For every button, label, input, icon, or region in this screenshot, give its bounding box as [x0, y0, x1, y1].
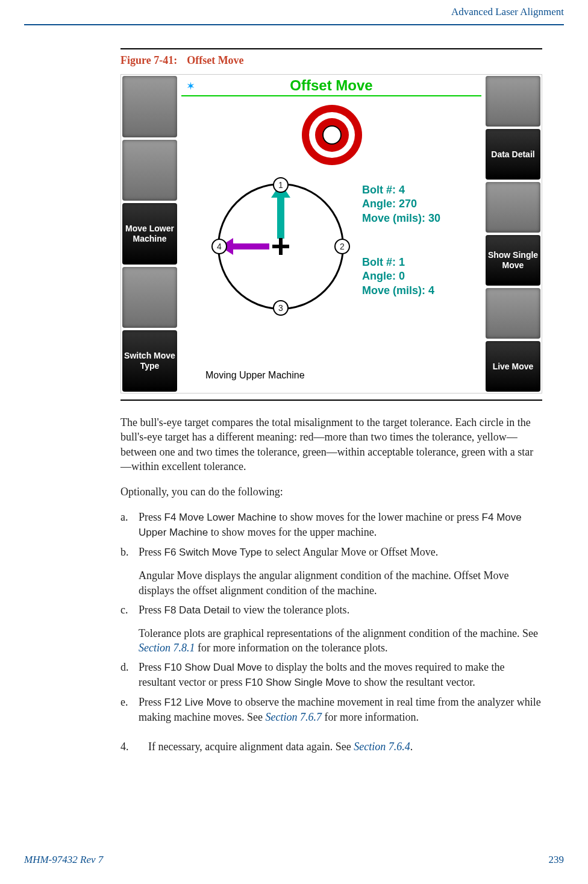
key-f12-live-move: F12 Live Move — [164, 697, 232, 708]
sub-label: d. — [120, 660, 139, 690]
softkey-right-5[interactable] — [486, 288, 540, 339]
bolt-node-3: 3 — [273, 300, 289, 316]
figure-rule-bottom — [120, 400, 542, 401]
sub-step-c: c. Press F8 Data Detail to view the tole… — [120, 603, 542, 656]
key-f10-show-single-move: F10 Show Single Move — [245, 677, 351, 688]
step-number: 4. — [120, 739, 148, 754]
key-f4-move-lower: F4 Move Lower Machine — [164, 512, 277, 523]
arrow-up-icon — [277, 196, 284, 239]
sub-label: e. — [120, 695, 139, 724]
figure-number: Figure 7-41: — [120, 54, 177, 66]
switch-move-type-button[interactable]: Switch Move Type — [122, 330, 177, 392]
figure-rule-top — [120, 48, 542, 49]
footer-page-number: 239 — [549, 854, 565, 866]
figure-header: Figure 7-41: Offset Move — [120, 54, 542, 67]
move-lower-machine-button[interactable]: Move Lower Machine — [122, 203, 177, 265]
link-section-7-6-7[interactable]: Section 7.6.7 — [265, 711, 321, 723]
step-4: 4. If necessary, acquire alignment data … — [120, 739, 542, 754]
header-rule — [24, 24, 564, 25]
key-f8-data-detail: F8 Data Detail — [164, 604, 230, 616]
key-f10-show-dual-move: F10 Show Dual Move — [164, 662, 263, 673]
sub-step-list: a. Press F4 Move Lower Machine to show m… — [120, 510, 542, 724]
bolt-node-1: 1 — [273, 177, 289, 193]
bullseye-target-icon — [302, 105, 362, 165]
move-compass: 1 2 3 4 — [211, 177, 350, 316]
readout2-line3: Move (mils): 4 — [362, 284, 434, 298]
star-icon: ✶ — [186, 80, 195, 93]
sub-step-e: e. Press F12 Live Move to observe the ma… — [120, 695, 542, 724]
readout2-line1: Bolt #: 1 — [362, 255, 434, 269]
sub-step-a: a. Press F4 Move Lower Machine to show m… — [120, 510, 542, 540]
key-f6-switch-move-type: F6 Switch Move Type — [164, 547, 262, 558]
readout1-line2: Angle: 270 — [362, 197, 440, 211]
header-section-title: Advanced Laser Alignment — [451, 6, 564, 18]
paragraph-optional-intro: Optionally, you can do the following: — [120, 484, 542, 499]
readout-block-2: Bolt #: 1 Angle: 0 Move (mils): 4 — [362, 255, 434, 298]
softkey-left-1[interactable] — [122, 76, 177, 137]
softkey-right-3[interactable] — [486, 182, 540, 233]
sub-label: c. — [120, 603, 139, 656]
show-single-move-button[interactable]: Show Single Move — [486, 235, 540, 286]
footer-doc-id: MHM-97432 Rev 7 — [24, 854, 103, 866]
bolt-node-2: 2 — [334, 239, 350, 254]
figure-screenshot: Move Lower Machine Switch Move Type Data… — [120, 74, 542, 393]
sub-step-b: b. Press F6 Switch Move Type to select A… — [120, 545, 542, 598]
data-detail-button[interactable]: Data Detail — [486, 129, 540, 180]
softkey-left-2[interactable] — [122, 140, 177, 201]
softkey-left-4[interactable] — [122, 267, 177, 328]
link-section-7-8-1[interactable]: Section 7.8.1 — [139, 642, 195, 654]
sub-step-d: d. Press F10 Show Dual Move to display t… — [120, 660, 542, 690]
arrow-left-icon — [232, 243, 269, 249]
readout1-line1: Bolt #: 4 — [362, 183, 440, 197]
bolt-node-4: 4 — [211, 239, 227, 254]
status-line: Moving Upper Machine — [205, 370, 305, 381]
sub-label: a. — [120, 510, 139, 540]
figure-title: Offset Move — [187, 54, 243, 66]
sub-label: b. — [120, 545, 139, 598]
screen-title: Offset Move — [181, 77, 481, 95]
paragraph-bullseye: The bull's-eye target compares the total… — [120, 415, 542, 474]
softkey-right-1[interactable] — [486, 76, 540, 127]
live-move-button[interactable]: Live Move — [486, 341, 540, 392]
link-section-7-6-4[interactable]: Section 7.6.4 — [354, 741, 410, 753]
readout1-line3: Move (mils): 30 — [362, 212, 440, 225]
readout-block-1: Bolt #: 4 Angle: 270 Move (mils): 30 — [362, 183, 440, 225]
readout2-line2: Angle: 0 — [362, 269, 434, 283]
sub-step-b-detail: Angular Move displays the angular alignm… — [139, 568, 542, 598]
